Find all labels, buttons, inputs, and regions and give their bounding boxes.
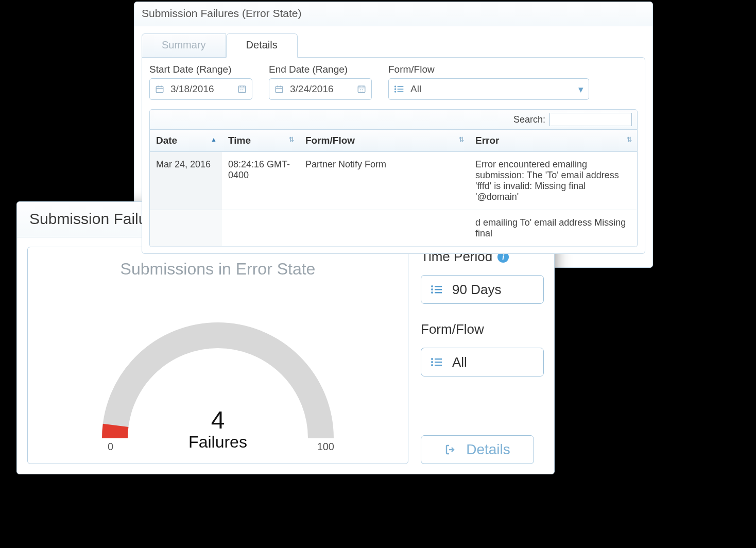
svg-rect-5 (276, 87, 283, 93)
svg-point-16 (431, 285, 433, 287)
col-time[interactable]: Time⇅ (222, 130, 299, 152)
list-icon (394, 85, 404, 93)
cell-date: Mar 24, 2016 (150, 152, 222, 210)
summary-formflow-value: All (452, 354, 467, 370)
svg-rect-15 (398, 91, 404, 92)
svg-point-24 (431, 361, 433, 363)
svg-point-10 (394, 85, 396, 87)
calendar-icon (274, 84, 284, 94)
results-table-wrap: Search: Date▲ Time⇅ Form/Flow⇅ (149, 109, 638, 247)
svg-rect-0 (156, 87, 163, 93)
table-row[interactable]: d emailing To' email address Missing fin… (150, 210, 637, 247)
exit-icon (444, 443, 457, 456)
svg-rect-27 (435, 365, 442, 366)
list-icon (431, 284, 443, 295)
summary-formflow-label: Form/Flow (421, 321, 544, 337)
svg-rect-17 (435, 286, 442, 287)
gauge-unit: Failures (94, 433, 341, 452)
col-formflow[interactable]: Form/Flow⇅ (299, 130, 469, 152)
formflow-select[interactable]: All ▾ (388, 78, 589, 100)
sort-icon: ⇅ (289, 136, 294, 143)
svg-rect-19 (435, 289, 442, 290)
cell-formflow (299, 210, 469, 247)
summary-formflow-select[interactable]: All (421, 348, 544, 376)
time-period-value: 90 Days (452, 282, 501, 298)
svg-rect-9 (358, 86, 365, 93)
gauge: 0 100 4 Failures (94, 310, 341, 454)
svg-point-20 (431, 292, 433, 294)
svg-point-22 (431, 358, 433, 360)
sort-asc-icon: ▲ (211, 136, 217, 143)
gauge-title: Submissions in Error State (33, 260, 403, 279)
svg-rect-25 (435, 362, 442, 363)
start-date-input[interactable]: 3/18/2016 (149, 78, 252, 100)
details-panel: Submission Failures (Error State) Summar… (134, 2, 653, 268)
cell-time: 08:24:16 GMT-0400 (222, 152, 299, 210)
results-table: Date▲ Time⇅ Form/Flow⇅ Error⇅ (150, 130, 637, 247)
svg-point-18 (431, 288, 433, 290)
calendar-icon (155, 84, 164, 94)
filter-row: Start Date (Range) 3/18/2016 End Date (R… (149, 64, 638, 100)
col-error[interactable]: Error⇅ (469, 130, 637, 152)
formflow-filter: Form/Flow All ▾ (388, 64, 589, 100)
summary-body: Submissions in Error State 0 100 4 Failu… (17, 237, 554, 473)
end-date-input[interactable]: 3/24/2016 (269, 78, 372, 100)
formflow-label: Form/Flow (388, 64, 589, 75)
svg-point-14 (394, 91, 396, 92)
summary-side-column: Time Period i 90 Days Form/Flow All (421, 247, 544, 464)
cell-formflow: Partner Notify Form (299, 152, 469, 210)
end-date-value: 3/24/2016 (290, 83, 334, 95)
tab-details[interactable]: Details (226, 33, 298, 58)
search-input[interactable] (549, 113, 632, 126)
calendar-grid-icon (357, 84, 366, 94)
gauge-card: Submissions in Error State 0 100 4 Failu… (27, 247, 408, 464)
time-period-select[interactable]: 90 Days (421, 275, 544, 304)
gauge-center: 4 Failures (94, 408, 341, 452)
formflow-value: All (410, 83, 421, 95)
calendar-grid-icon (237, 84, 247, 94)
sort-icon: ⇅ (459, 136, 464, 143)
svg-rect-13 (398, 89, 404, 90)
details-button[interactable]: Details (421, 435, 534, 464)
sort-icon: ⇅ (627, 136, 632, 143)
table-row[interactable]: Mar 24, 2016 08:24:16 GMT-0400 Partner N… (150, 152, 637, 210)
svg-point-26 (431, 364, 433, 366)
list-icon (431, 357, 443, 367)
cell-error: Error encountered emailing submission: T… (469, 152, 637, 210)
end-date-filter: End Date (Range) 3/24/2016 (269, 64, 372, 100)
col-date[interactable]: Date▲ (150, 130, 222, 152)
start-date-value: 3/18/2016 (170, 83, 214, 95)
details-panel-title: Submission Failures (Error State) (134, 2, 652, 26)
details-button-label: Details (466, 441, 510, 458)
svg-point-12 (394, 88, 396, 90)
svg-rect-4 (238, 86, 246, 93)
svg-rect-21 (435, 292, 442, 293)
cell-time (222, 210, 299, 247)
tab-summary[interactable]: Summary (142, 33, 226, 58)
gauge-value: 4 (94, 408, 341, 433)
start-date-label: Start Date (Range) (149, 64, 252, 75)
svg-rect-11 (398, 86, 404, 87)
tabs: Summary Details (134, 26, 652, 58)
cell-error: d emailing To' email address Missing fin… (469, 210, 637, 247)
search-label: Search: (513, 114, 545, 125)
start-date-filter: Start Date (Range) 3/18/2016 (149, 64, 252, 100)
end-date-label: End Date (Range) (269, 64, 372, 75)
cell-date (150, 210, 222, 247)
svg-rect-23 (435, 358, 442, 359)
table-search-row: Search: (150, 110, 637, 130)
tab-body-details: Start Date (Range) 3/18/2016 End Date (R… (142, 57, 645, 254)
chevron-down-icon: ▾ (578, 83, 583, 95)
